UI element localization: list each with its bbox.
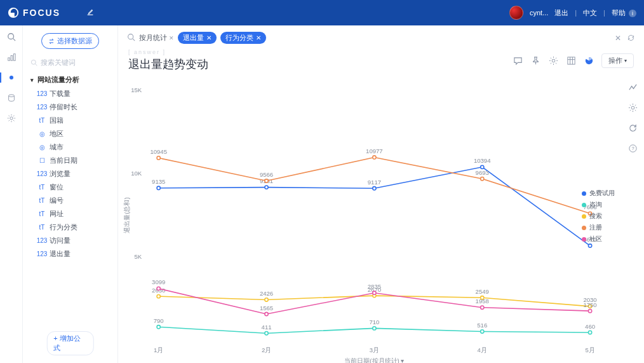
svg-text:5月: 5月 bbox=[585, 346, 594, 353]
legend-swatch bbox=[582, 191, 586, 196]
query-chip-plain[interactable]: 按月统计 ✕ bbox=[139, 33, 174, 43]
table-icon[interactable] bbox=[566, 55, 576, 65]
help-link[interactable]: 帮助 i bbox=[612, 8, 636, 18]
field-item[interactable]: 123浏览量 bbox=[37, 167, 112, 181]
main: 按月统计 ✕ 退出量 ✕ 行为分类 ✕ ✕ [ answer ] 退出量趋势变动… bbox=[118, 25, 644, 363]
chart-tool-rail: ? bbox=[621, 77, 644, 153]
search-icon[interactable] bbox=[127, 33, 135, 43]
legend-label: 咨询 bbox=[589, 200, 602, 209]
field-type-icon: tT bbox=[38, 184, 46, 191]
legend-label: 免费试用 bbox=[589, 189, 615, 198]
close-icon[interactable]: ✕ bbox=[169, 35, 174, 41]
query-bar: 按月统计 ✕ 退出量 ✕ 行为分类 ✕ ✕ bbox=[118, 25, 644, 46]
svg-text:9566: 9566 bbox=[260, 171, 273, 178]
field-item[interactable]: ◎城市 bbox=[37, 140, 112, 154]
help-icon[interactable]: ? bbox=[627, 143, 638, 153]
svg-text:9117: 9117 bbox=[368, 179, 381, 186]
svg-point-5 bbox=[8, 95, 14, 97]
field-item[interactable]: tT窗位 bbox=[37, 181, 112, 194]
svg-point-60 bbox=[373, 156, 376, 159]
field-item[interactable]: 123下载量 bbox=[37, 87, 112, 100]
line-tool-icon[interactable] bbox=[627, 82, 638, 92]
field-label: 行为分类 bbox=[50, 223, 77, 232]
top-right: cynt... 退出 | 中文 | 帮助 i bbox=[509, 6, 636, 20]
add-formula-button[interactable]: + 增加公式 bbox=[46, 331, 94, 355]
svg-point-56 bbox=[157, 156, 160, 160]
svg-line-10 bbox=[133, 38, 135, 40]
compose-icon[interactable] bbox=[86, 8, 95, 18]
field-item[interactable]: ◎地区 bbox=[37, 127, 112, 140]
svg-point-11 bbox=[552, 59, 555, 62]
comment-icon[interactable] bbox=[513, 55, 523, 65]
gear-icon[interactable] bbox=[548, 55, 558, 65]
field-item[interactable]: 123退出量 bbox=[37, 247, 112, 261]
svg-point-76 bbox=[631, 106, 634, 109]
svg-text:?: ? bbox=[631, 146, 634, 151]
logout-link[interactable]: 退出 bbox=[554, 8, 568, 18]
svg-point-58 bbox=[265, 179, 268, 182]
legend-item[interactable]: 注册 bbox=[582, 223, 615, 232]
refresh-icon[interactable] bbox=[626, 34, 635, 43]
svg-text:15K: 15K bbox=[131, 86, 142, 93]
svg-text:1750: 1750 bbox=[583, 301, 596, 308]
line-chart[interactable]: 5K10K15K1月2月3月4月5月当前日期(按月统计) ▾退出量(总和)913… bbox=[118, 77, 644, 363]
field-item[interactable]: 123访问量 bbox=[37, 234, 112, 247]
field-type-icon: tT bbox=[38, 197, 46, 205]
svg-point-40 bbox=[373, 327, 376, 330]
query-chip[interactable]: 行为分类 ✕ bbox=[220, 32, 266, 44]
svg-text:460: 460 bbox=[585, 323, 595, 330]
clear-query-icon[interactable]: ✕ bbox=[614, 34, 622, 43]
tree-root[interactable]: 网站流量分析 bbox=[28, 72, 112, 87]
field-item[interactable]: tT国籍 bbox=[37, 114, 112, 127]
reload-icon[interactable] bbox=[627, 123, 638, 133]
gear-icon[interactable] bbox=[627, 102, 638, 113]
svg-text:411: 411 bbox=[262, 324, 272, 331]
field-type-icon: ◎ bbox=[38, 144, 46, 151]
svg-point-74 bbox=[588, 310, 591, 313]
nav-rail bbox=[0, 25, 23, 363]
brand-logo[interactable]: FOCUS bbox=[8, 7, 60, 18]
rail-search-icon[interactable] bbox=[6, 32, 17, 42]
legend-swatch bbox=[582, 214, 586, 219]
legend-item[interactable]: 免费试用 bbox=[582, 189, 615, 198]
svg-point-32 bbox=[481, 165, 484, 168]
brand-text: FOCUS bbox=[23, 8, 60, 18]
field-item[interactable]: tT编号 bbox=[37, 194, 112, 207]
lang-link[interactable]: 中文 bbox=[583, 8, 597, 18]
avatar[interactable] bbox=[509, 6, 523, 20]
ops-button[interactable]: 操作 ▾ bbox=[601, 53, 634, 68]
svg-rect-2 bbox=[8, 58, 10, 60]
legend-item[interactable]: 搜索 bbox=[582, 212, 615, 221]
page-title: 退出量趋势变动 bbox=[128, 57, 208, 72]
field-type-icon: 123 bbox=[38, 170, 46, 178]
legend-item[interactable]: 社区 bbox=[582, 235, 615, 243]
svg-point-42 bbox=[481, 330, 484, 333]
query-chip[interactable]: 退出量 ✕ bbox=[178, 32, 217, 44]
username[interactable]: cynt... bbox=[530, 9, 548, 17]
svg-point-0 bbox=[8, 34, 13, 39]
svg-line-8 bbox=[36, 64, 37, 66]
pin-icon[interactable] bbox=[530, 55, 540, 65]
field-item[interactable]: tT网址 bbox=[37, 207, 112, 221]
pie-icon[interactable] bbox=[584, 55, 594, 65]
svg-text:2549: 2549 bbox=[476, 288, 489, 295]
rail-db-icon[interactable] bbox=[6, 93, 17, 103]
field-search[interactable]: 搜索关键词 bbox=[30, 58, 110, 67]
close-icon[interactable]: ✕ bbox=[206, 34, 211, 41]
svg-rect-4 bbox=[13, 54, 15, 61]
svg-text:1958: 1958 bbox=[476, 298, 489, 305]
close-icon[interactable]: ✕ bbox=[256, 34, 261, 41]
field-item[interactable]: ☐当前日期 bbox=[37, 154, 112, 167]
select-datasource-button[interactable]: 选择数据源 bbox=[41, 33, 99, 49]
field-label: 编号 bbox=[50, 196, 64, 205]
legend-item[interactable]: 咨询 bbox=[582, 200, 615, 209]
svg-text:2426: 2426 bbox=[260, 290, 273, 297]
field-item[interactable]: 123停留时长 bbox=[37, 100, 112, 114]
search-icon bbox=[30, 59, 37, 66]
svg-point-62 bbox=[481, 177, 484, 181]
field-item[interactable]: tT行为分类 bbox=[37, 221, 112, 234]
top-bar: FOCUS cynt... 退出 | 中文 | 帮助 i bbox=[0, 0, 644, 25]
rail-active-dot[interactable] bbox=[6, 72, 17, 83]
rail-settings-icon[interactable] bbox=[6, 113, 17, 123]
rail-chart-icon[interactable] bbox=[6, 52, 17, 62]
